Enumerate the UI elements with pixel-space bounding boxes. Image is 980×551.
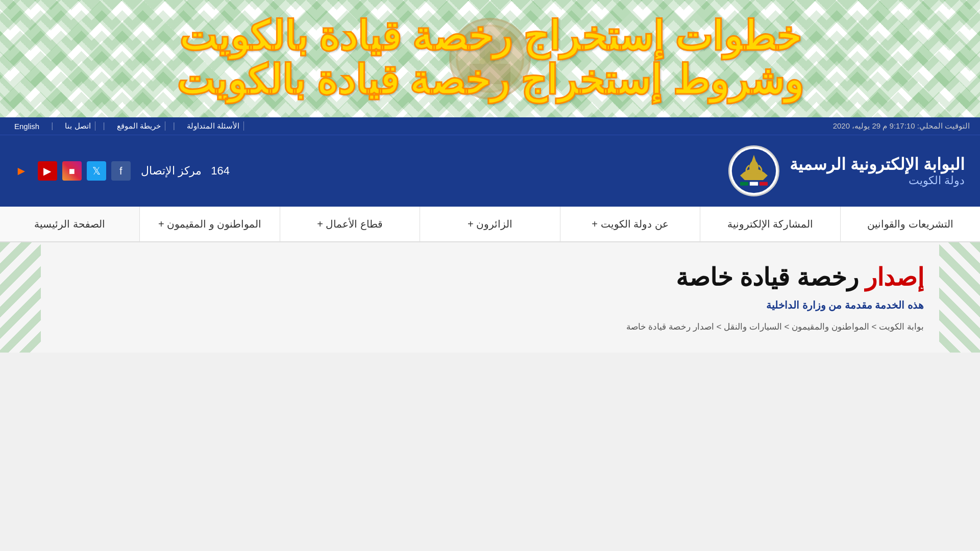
emblem-svg — [731, 148, 777, 194]
page-title-red: إصدار — [865, 264, 924, 291]
rss-icon[interactable]: ► — [15, 164, 28, 178]
hero-banner: خطوات إستخراج رخصة قيادة بالكويت وشروط إ… — [0, 0, 980, 117]
twitter-icon[interactable]: 𝕏 — [87, 161, 106, 181]
hero-text-container: خطوات إستخراج رخصة قيادة بالكويت وشروط إ… — [0, 15, 980, 103]
hero-line2: وشروط إستخراج رخصة قيادة بالكويت — [77, 59, 903, 103]
top-nav-english[interactable]: English — [10, 122, 43, 131]
top-nav-sitemap[interactable]: خريطة الموقع — [113, 121, 165, 131]
top-nav-links: English | اتصل بنا | خريطة الموقع | الأس… — [10, 121, 244, 131]
kuwait-emblem — [728, 145, 779, 196]
nav-citizens[interactable]: المواطنون و المقيمون + — [139, 207, 279, 241]
brand-subtitle: دولة الكويت — [790, 174, 965, 187]
page-title: إصدار رخصة قيادة خاصة — [56, 263, 924, 291]
svg-point-5 — [749, 161, 758, 173]
service-provider: هذه الخدمة مقدمة من وزارة الداخلية — [56, 299, 924, 311]
top-nav-contact[interactable]: اتصل بنا — [61, 121, 95, 131]
brand-title: البوابة الإلكترونية الرسمية — [790, 155, 965, 174]
divider2: | — [103, 121, 105, 131]
contact-label: مركز الإتصال — [141, 164, 202, 177]
divider3: | — [173, 121, 175, 131]
top-nav-timestamp: التوقيت المحلي: 9:17:10 م 29 يوليه، 2020 — [833, 121, 970, 131]
nav-business[interactable]: قطاع الأعمال + — [280, 207, 420, 241]
content-area: إصدار رخصة قيادة خاصة هذه الخدمة مقدمة م… — [0, 242, 980, 353]
nav-home[interactable]: الصفحة الرئيسية — [0, 207, 139, 241]
top-nav-bar: English | اتصل بنا | خريطة الموقع | الأس… — [0, 117, 980, 135]
brand-text: البوابة الإلكترونية الرسمية دولة الكويت — [790, 155, 965, 187]
hero-line1: خطوات إستخراج رخصة قيادة بالكويت — [77, 15, 903, 59]
header-bar: ► ▶ ■ 𝕏 f 164 مركز الإتصال البوابة الإلك… — [0, 135, 980, 207]
contact-number: 164 — [211, 164, 230, 177]
social-icons: ▶ ■ 𝕏 f — [38, 161, 131, 181]
contact-center: 164 مركز الإتصال — [141, 164, 230, 178]
nav-about-kuwait[interactable]: عن دولة الكويت + — [560, 207, 700, 241]
nav-e-participation[interactable]: المشاركة الإلكترونية — [700, 207, 840, 241]
facebook-icon[interactable]: f — [111, 161, 131, 181]
svg-rect-7 — [750, 182, 758, 186]
header-left: ► ▶ ■ 𝕏 f 164 مركز الإتصال — [15, 161, 240, 181]
svg-rect-6 — [740, 182, 748, 186]
header-right: البوابة الإلكترونية الرسمية دولة الكويت — [728, 145, 965, 196]
nav-legislation[interactable]: التشريعات والقوانين — [840, 207, 980, 241]
nav-visitors[interactable]: الزائرون + — [420, 207, 559, 241]
divider1: | — [51, 121, 53, 131]
instagram-icon[interactable]: ■ — [62, 161, 82, 181]
svg-rect-8 — [760, 182, 768, 186]
top-nav-faq[interactable]: الأسئلة المتداولة — [183, 121, 244, 131]
nav-menu: التشريعات والقوانين المشاركة الإلكترونية… — [0, 207, 980, 242]
content-inner: إصدار رخصة قيادة خاصة هذه الخدمة مقدمة م… — [56, 263, 924, 332]
breadcrumb: بوابة الكويت > المواطنون والمقيمون > الس… — [56, 321, 924, 332]
youtube-icon[interactable]: ▶ — [38, 161, 57, 181]
page-title-black: رخصة قيادة خاصة — [676, 264, 859, 291]
